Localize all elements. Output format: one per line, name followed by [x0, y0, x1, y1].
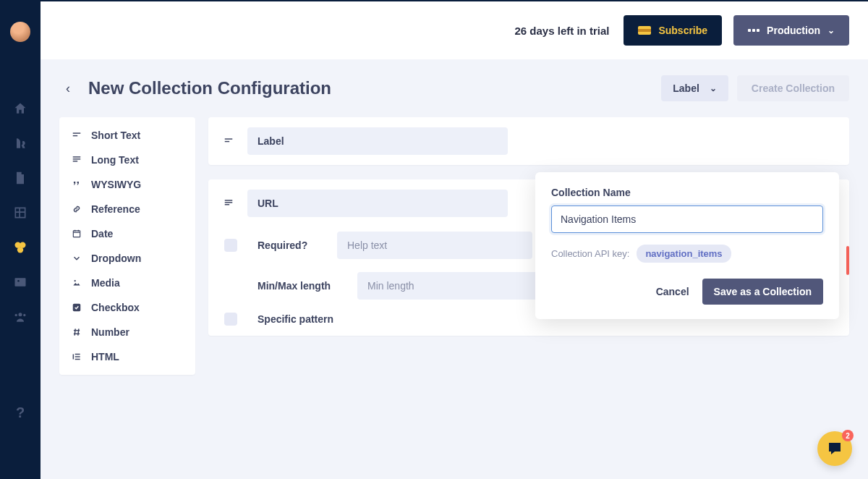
- required-checkbox[interactable]: [224, 239, 237, 252]
- home-icon[interactable]: [13, 101, 27, 116]
- label-field-select[interactable]: Label ⌄: [661, 75, 728, 101]
- short-text-icon: [71, 130, 82, 141]
- notification-badge: 2: [842, 430, 854, 441]
- calendar-icon: [71, 228, 82, 240]
- hash-icon: [71, 326, 82, 338]
- card-icon: [638, 26, 651, 35]
- media-icon[interactable]: [13, 275, 27, 289]
- pattern-label: Specific pattern: [258, 313, 352, 325]
- field-type-dropdown[interactable]: Dropdown: [59, 246, 195, 271]
- help-icon[interactable]: ?: [16, 404, 25, 421]
- collection-name-input[interactable]: [551, 205, 823, 233]
- svg-rect-13: [73, 231, 80, 237]
- create-collection-button[interactable]: Create Collection: [737, 75, 849, 101]
- long-text-icon: [221, 196, 236, 211]
- list-icon: [71, 351, 82, 363]
- header: 26 days left in trial Subscribe Producti…: [41, 1, 868, 59]
- minmax-label: Min/Max length: [258, 280, 343, 292]
- drag-handle[interactable]: [846, 246, 849, 275]
- chevron-down-icon: ⌄: [710, 83, 717, 93]
- environment-select[interactable]: Production ⌄: [733, 15, 849, 46]
- svg-point-6: [15, 314, 17, 316]
- back-button[interactable]: ‹: [59, 80, 77, 97]
- svg-line-22: [78, 328, 79, 335]
- required-label: Required?: [258, 240, 323, 251]
- quote-icon: [71, 179, 82, 190]
- short-text-icon: [221, 134, 236, 148]
- svg-point-2: [17, 247, 23, 253]
- chevron-down-icon: [71, 253, 82, 264]
- avatar[interactable]: [10, 22, 30, 42]
- field-type-reference[interactable]: Reference: [59, 197, 195, 221]
- create-collection-popover: Collection Name Collection API key: navi…: [535, 172, 839, 319]
- api-key-badge: navigation_items: [637, 245, 731, 263]
- trial-status: 26 days left in trial: [515, 25, 610, 37]
- chevron-down-icon: ⌄: [827, 25, 835, 35]
- field-type-long-text[interactable]: Long Text: [59, 148, 195, 172]
- field-name-input[interactable]: [247, 127, 508, 155]
- check-icon: [71, 302, 82, 313]
- page-title: New Collection Configuration: [88, 78, 331, 98]
- users-icon[interactable]: [13, 310, 27, 324]
- svg-rect-3: [15, 278, 26, 287]
- save-collection-button[interactable]: Save as a Collection: [702, 279, 823, 305]
- subscribe-button[interactable]: Subscribe: [624, 15, 722, 46]
- sidebar: ?: [0, 1, 41, 479]
- field-name-input[interactable]: [247, 190, 508, 217]
- chat-widget[interactable]: 2: [817, 431, 852, 466]
- svg-point-5: [19, 313, 22, 316]
- field-types-panel: Short Text Long Text WYSIWYG Reference D…: [59, 117, 195, 375]
- image-icon: [71, 277, 82, 289]
- field-type-media[interactable]: Media: [59, 271, 195, 295]
- field-type-number[interactable]: Number: [59, 320, 195, 344]
- cancel-button[interactable]: Cancel: [647, 279, 698, 305]
- tables-icon[interactable]: [13, 205, 27, 220]
- field-type-html[interactable]: HTML: [59, 344, 195, 369]
- svg-point-17: [75, 280, 76, 281]
- field-type-checkbox[interactable]: Checkbox: [59, 295, 195, 320]
- pattern-checkbox[interactable]: [224, 313, 237, 326]
- svg-point-4: [17, 280, 20, 282]
- min-length-input[interactable]: [357, 272, 553, 300]
- help-text-input[interactable]: [337, 232, 532, 259]
- collection-name-label: Collection Name: [551, 187, 823, 198]
- field-row-label[interactable]: [208, 117, 849, 165]
- svg-point-7: [23, 314, 25, 316]
- blog-icon[interactable]: [13, 136, 27, 151]
- field-type-date[interactable]: Date: [59, 221, 195, 246]
- collections-icon[interactable]: [13, 240, 27, 255]
- long-text-icon: [71, 154, 82, 166]
- svg-line-21: [75, 328, 75, 335]
- pages-icon[interactable]: [13, 171, 27, 185]
- dots-icon: [748, 29, 760, 32]
- link-icon: [71, 203, 82, 215]
- api-key-label: Collection API key:: [551, 248, 629, 259]
- field-type-wysiwyg[interactable]: WYSIWYG: [59, 172, 195, 197]
- field-type-short-text[interactable]: Short Text: [59, 123, 195, 148]
